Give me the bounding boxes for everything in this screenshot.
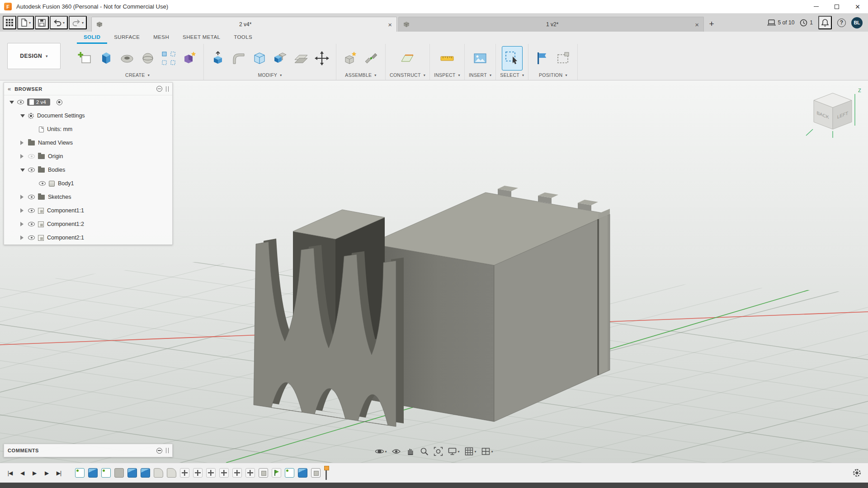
collapse-arrow-icon[interactable] — [20, 114, 25, 117]
app-grid-menu-button[interactable] — [3, 16, 16, 29]
timeline-play-button[interactable]: ▶ — [29, 468, 40, 479]
browser-item-origin[interactable]: Origin — [4, 150, 172, 163]
tab-solid[interactable]: SOLID — [77, 32, 107, 44]
move-copy-button[interactable] — [312, 47, 332, 70]
file-menu-button[interactable]: ▾ — [17, 16, 34, 29]
browser-item-component1-2[interactable]: Component1:2 — [4, 217, 172, 231]
group-dropdown-insert[interactable]: INSERT▾ — [469, 72, 491, 80]
joint-button[interactable] — [361, 47, 381, 70]
maximize-button[interactable] — [826, 0, 847, 13]
timeline-feature-move[interactable] — [232, 468, 242, 478]
look-at-button[interactable] — [391, 446, 401, 457]
activate-component-radio[interactable] — [57, 99, 62, 105]
browser-item-2-v4[interactable]: 2 v4 — [4, 95, 172, 109]
offset-face-button[interactable] — [291, 47, 311, 70]
timeline-feature-extrude[interactable] — [298, 468, 307, 478]
tab-mesh[interactable]: MESH — [146, 32, 176, 44]
timeline-feature-sketch[interactable] — [75, 468, 85, 478]
timeline-feature-extrude[interactable] — [141, 468, 150, 478]
timeline-feature-move[interactable] — [206, 468, 216, 478]
minimize-panel-icon[interactable] — [156, 86, 162, 92]
timeline-feature-extrude[interactable] — [88, 468, 98, 478]
undo-button[interactable]: ▾ — [50, 16, 68, 29]
timeline-feature-body[interactable] — [114, 468, 124, 478]
browser-item-component1-1[interactable]: Component1:1 — [4, 204, 172, 217]
measure-button[interactable] — [437, 47, 457, 70]
timeline-feature-fillet[interactable] — [167, 468, 176, 478]
collapse-arrow-icon[interactable] — [9, 101, 14, 104]
visibility-eye-icon[interactable] — [28, 208, 35, 213]
timeline-feature-sketch[interactable] — [285, 468, 294, 478]
expand-arrow-icon[interactable] — [20, 195, 25, 199]
insert-canvas-button[interactable] — [470, 47, 490, 70]
pan-button[interactable] — [405, 446, 415, 457]
timeline-feature-sketch[interactable] — [101, 468, 111, 478]
close-button[interactable]: × — [847, 0, 868, 13]
viewport-3d[interactable]: Z BACK LEFT « BROWSER 2 v4Document Setti… — [0, 80, 868, 463]
timeline-feature-flag[interactable] — [272, 468, 281, 478]
capture-position-button[interactable] — [533, 47, 552, 70]
revolve-button[interactable] — [117, 47, 137, 70]
browser-item-units-mm[interactable]: Units: mm — [4, 122, 172, 136]
minimize-button[interactable] — [806, 0, 826, 13]
select-button[interactable] — [502, 47, 522, 70]
user-avatar[interactable]: BL — [851, 17, 863, 28]
timeline-feature-fillet[interactable] — [154, 468, 163, 478]
save-button[interactable] — [35, 16, 49, 29]
visibility-eye-icon[interactable] — [28, 168, 35, 172]
timeline-step-forward-button[interactable]: ▶ — [41, 468, 52, 479]
browser-item-named-views[interactable]: Named Views — [4, 136, 172, 150]
display-settings-button[interactable]: ▾ — [447, 446, 460, 457]
tab-close-icon[interactable]: × — [695, 21, 699, 28]
expand-arrow-icon[interactable] — [20, 154, 25, 159]
timeline-feature-move[interactable] — [193, 468, 203, 478]
browser-item-component2-1[interactable]: Component2:1 — [4, 231, 172, 244]
timeline-feature-component[interactable] — [259, 468, 268, 478]
shell-button[interactable] — [250, 47, 269, 70]
timeline-feature-move[interactable] — [245, 468, 255, 478]
grid-display-button[interactable]: ▾ — [464, 446, 477, 457]
viewports-button[interactable]: ▾ — [481, 446, 494, 457]
timeline-feature-extrude[interactable] — [127, 468, 137, 478]
visibility-eye-icon[interactable] — [17, 100, 24, 104]
notifications-button[interactable] — [818, 16, 832, 29]
rectangular-pattern-button[interactable] — [159, 47, 179, 70]
browser-item-sketches[interactable]: Sketches — [4, 190, 172, 204]
redo-button[interactable]: ▾ — [69, 16, 87, 29]
visibility-eye-icon[interactable] — [28, 195, 35, 199]
group-dropdown-modify[interactable]: MODIFY▾ — [258, 72, 282, 80]
tab-close-icon[interactable]: × — [388, 21, 392, 28]
version-clock[interactable]: 1 — [800, 19, 813, 27]
tab-tools[interactable]: TOOLS — [227, 32, 259, 44]
group-dropdown-select[interactable]: SELECT▾ — [500, 72, 524, 80]
expand-arrow-icon[interactable] — [20, 208, 25, 213]
timeline-go-to-end-button[interactable]: ▶| — [53, 468, 64, 479]
create-sketch-button[interactable] — [75, 47, 95, 70]
orbit-button[interactable]: ▾ — [374, 446, 387, 457]
browser-item-body1[interactable]: Body1 — [4, 177, 172, 190]
help-button[interactable]: ? — [837, 19, 846, 27]
group-dropdown-assemble[interactable]: ASSEMBLE▾ — [345, 72, 376, 80]
panel-grip-icon[interactable] — [166, 448, 169, 453]
model-main-box[interactable] — [370, 186, 610, 422]
panel-grip-icon[interactable] — [166, 86, 169, 92]
visibility-eye-icon[interactable] — [39, 181, 46, 186]
collapse-arrow-icon[interactable] — [20, 169, 25, 172]
tab-surface[interactable]: SURFACE — [107, 32, 146, 44]
combine-button[interactable] — [270, 47, 290, 70]
document-tab-inactive[interactable]: 1 v2* × — [398, 17, 704, 32]
expand-arrow-icon[interactable] — [20, 235, 25, 240]
extrude-button[interactable] — [96, 47, 116, 70]
fillet-button[interactable] — [229, 47, 249, 70]
timeline-settings-gear-icon[interactable] — [853, 469, 861, 477]
revert-position-button[interactable] — [553, 47, 573, 70]
timeline-feature-move[interactable] — [180, 468, 189, 478]
tab-sheet-metal[interactable]: SHEET METAL — [176, 32, 227, 44]
zoom-button[interactable] — [419, 446, 429, 457]
visibility-eye-icon[interactable] — [28, 235, 35, 240]
timeline-feature-move[interactable] — [219, 468, 229, 478]
group-dropdown-construct[interactable]: CONSTRUCT▾ — [390, 72, 425, 80]
collapse-panel-icon[interactable]: « — [8, 86, 11, 92]
new-component-button[interactable] — [340, 47, 360, 70]
view-cube[interactable]: Z BACK LEFT — [804, 87, 863, 140]
